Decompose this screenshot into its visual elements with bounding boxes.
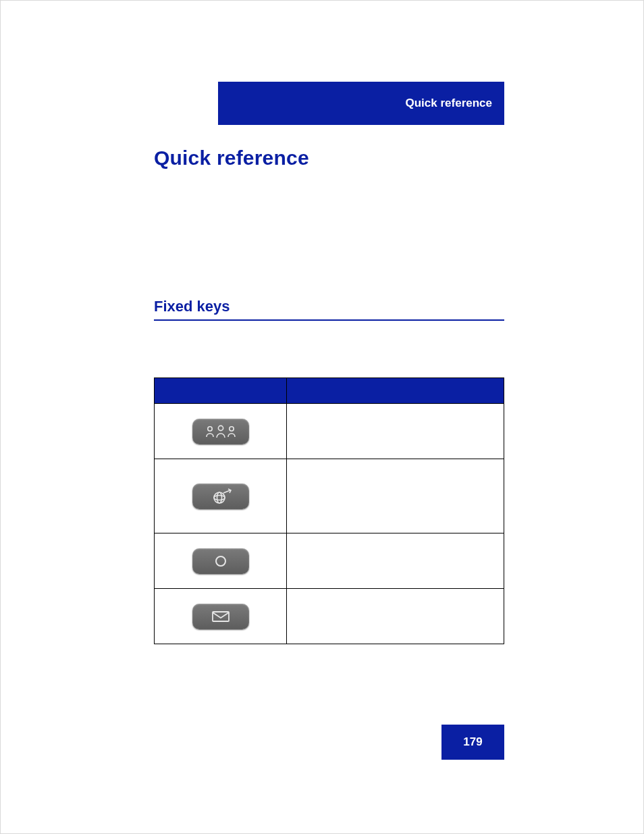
message-icon (192, 604, 249, 629)
svg-point-1 (218, 425, 223, 430)
key-cell (155, 533, 287, 589)
svg-point-6 (216, 556, 225, 566)
desc-cell (287, 533, 504, 589)
svg-point-0 (207, 426, 211, 430)
svg-point-5 (217, 492, 221, 503)
key-cell (155, 459, 287, 533)
services-icon (192, 484, 249, 509)
header-label: Quick reference (405, 97, 492, 110)
table-header-desc (287, 378, 504, 404)
table-row (155, 589, 504, 644)
table-row (155, 459, 504, 533)
page-title: Quick reference (154, 147, 309, 170)
table-header-icon (155, 378, 287, 404)
conference-icon (192, 419, 249, 444)
desc-cell (287, 459, 504, 533)
page-number: 179 (463, 735, 482, 749)
record-icon (192, 548, 249, 574)
table-header-row (155, 378, 504, 404)
key-cell (155, 404, 287, 459)
table-row (155, 404, 504, 459)
desc-cell (287, 404, 504, 459)
table-row (155, 533, 504, 589)
svg-point-3 (214, 492, 225, 503)
page-number-box: 179 (441, 725, 504, 760)
svg-rect-7 (213, 612, 229, 621)
document-page: Quick reference Quick reference Fixed ke… (0, 0, 644, 834)
svg-point-4 (214, 495, 225, 500)
section-heading: Fixed keys (154, 298, 504, 321)
fixed-keys-table (154, 377, 504, 644)
header-bar: Quick reference (218, 82, 504, 125)
desc-cell (287, 589, 504, 644)
svg-point-2 (229, 426, 233, 430)
key-cell (155, 589, 287, 644)
